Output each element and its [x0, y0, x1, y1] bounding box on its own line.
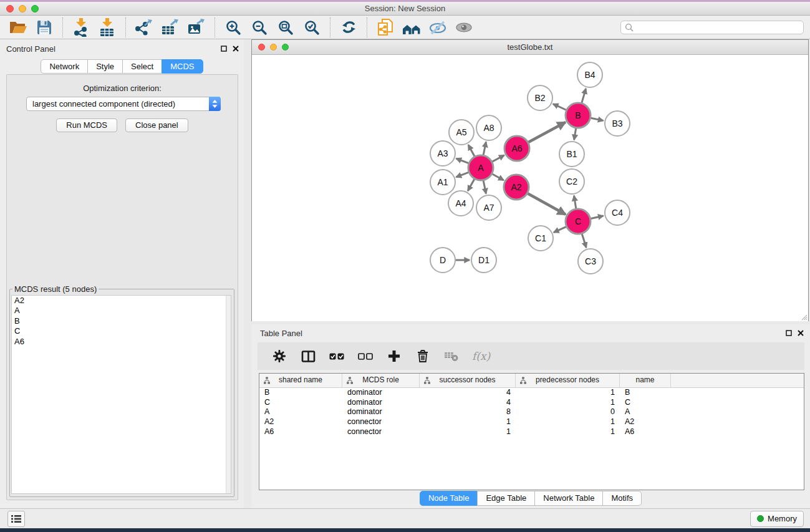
mcds-result-item[interactable]: A: [12, 306, 231, 316]
edge-A-A8[interactable]: [483, 142, 486, 155]
memory-button[interactable]: Memory: [750, 511, 804, 527]
table-row[interactable]: Adominator80A: [259, 407, 804, 417]
edge-B-B4[interactable]: [582, 89, 586, 103]
edge-A-A4[interactable]: [468, 179, 474, 191]
apply-layout-button[interactable]: [338, 17, 359, 38]
edge-A-A2[interactable]: [492, 174, 503, 180]
tab-motifs[interactable]: Motifs: [602, 491, 642, 506]
edge-C-C4[interactable]: [591, 216, 603, 218]
node-A3[interactable]: A3: [430, 141, 455, 166]
network-canvas[interactable]: B4B2BB3B1A5A8A6A3AA1A2C2A4A7C4CC1C3DD1: [252, 55, 808, 321]
column-header-successor-nodes[interactable]: successor nodes: [420, 374, 516, 387]
edge-C-C2[interactable]: [574, 196, 576, 209]
mcds-result-item[interactable]: A6: [12, 337, 231, 347]
tab-edge-table[interactable]: Edge Table: [477, 491, 535, 506]
create-column-button[interactable]: [386, 348, 402, 364]
delete-table-button[interactable]: [443, 348, 460, 364]
node-A7[interactable]: A7: [476, 195, 501, 220]
search-input[interactable]: [636, 22, 799, 32]
fit-content-button[interactable]: [275, 17, 296, 38]
table-row[interactable]: Bdominator41B: [259, 388, 804, 398]
zoom-selected-button[interactable]: [301, 17, 322, 38]
optimization-criterion-select[interactable]: largest connected component (directed): [26, 97, 221, 111]
mcds-result-item[interactable]: C: [12, 326, 231, 336]
export-table-button[interactable]: [160, 17, 181, 38]
node-C3[interactable]: C3: [578, 249, 603, 274]
export-image-button[interactable]: [186, 17, 207, 38]
table-row[interactable]: Cdominator41C: [259, 398, 804, 408]
select-all-button[interactable]: [329, 348, 345, 364]
node-D[interactable]: D: [430, 248, 455, 273]
save-session-button[interactable]: [34, 17, 55, 38]
duplicate-network-button[interactable]: [375, 17, 396, 38]
edge-A-A1[interactable]: [456, 172, 469, 177]
column-header-predecessor-nodes[interactable]: predecessor nodes: [516, 374, 620, 387]
delete-column-button[interactable]: [415, 348, 431, 364]
tab-mcds[interactable]: MCDS: [162, 59, 203, 74]
close-panel-icon[interactable]: [233, 46, 239, 52]
table-row[interactable]: A6connector11A6: [259, 427, 804, 437]
edge-C-C3[interactable]: [582, 234, 586, 248]
edge-B-B3[interactable]: [591, 118, 604, 120]
open-file-button[interactable]: [7, 17, 29, 38]
node-A5[interactable]: A5: [449, 120, 474, 145]
table-row[interactable]: A2connector11A2: [259, 417, 804, 427]
float-panel-icon[interactable]: [221, 46, 227, 52]
edge-B-B2[interactable]: [553, 104, 566, 110]
edge-A-A3[interactable]: [456, 158, 469, 163]
edge-A-A7[interactable]: [483, 181, 486, 194]
show-panels-button[interactable]: [7, 511, 25, 527]
zoom-out-button[interactable]: [249, 17, 270, 38]
hide-graphics-button[interactable]: [427, 17, 448, 38]
node-A4[interactable]: A4: [448, 191, 473, 216]
node-B[interactable]: B: [566, 103, 591, 128]
column-header-name[interactable]: name: [620, 374, 671, 387]
tab-select[interactable]: Select: [122, 59, 162, 74]
export-network-button[interactable]: [133, 17, 155, 38]
node-B3[interactable]: B3: [605, 111, 630, 136]
result-list-scrollbar[interactable]: [226, 296, 231, 493]
mcds-result-item[interactable]: A2: [12, 296, 231, 306]
run-mcds-button[interactable]: Run MCDS: [56, 118, 117, 132]
node-B1[interactable]: B1: [559, 142, 584, 167]
column-header-shared-name[interactable]: shared name: [259, 374, 342, 387]
home-view-button[interactable]: [401, 17, 422, 38]
tab-style[interactable]: Style: [87, 59, 123, 74]
import-table-button[interactable]: [97, 17, 118, 38]
node-A1[interactable]: A1: [430, 170, 455, 195]
node-D1[interactable]: D1: [471, 248, 496, 273]
node-B2[interactable]: B2: [528, 85, 552, 110]
tab-network-table[interactable]: Network Table: [534, 491, 603, 506]
show-columns-button[interactable]: [300, 348, 316, 364]
tab-network[interactable]: Network: [41, 59, 88, 74]
column-header-MCDS-role[interactable]: MCDS role: [342, 374, 420, 387]
node-C4[interactable]: C4: [605, 200, 630, 225]
import-network-button[interactable]: [70, 17, 92, 38]
zoom-in-button[interactable]: [223, 17, 244, 38]
show-graphics-button[interactable]: [453, 17, 475, 38]
edge-A-A6[interactable]: [493, 155, 504, 162]
float-table-panel-icon[interactable]: [786, 330, 792, 336]
node-B4[interactable]: B4: [577, 62, 602, 87]
table-settings-button[interactable]: [271, 348, 287, 364]
mcds-result-item[interactable]: B: [12, 316, 231, 326]
node-A2[interactable]: A2: [504, 175, 529, 200]
resize-grip-icon[interactable]: [800, 313, 808, 321]
node-C[interactable]: C: [566, 209, 591, 234]
edge-C-C1[interactable]: [554, 227, 566, 233]
node-C2[interactable]: C2: [559, 169, 584, 194]
function-builder-button[interactable]: f(x): [472, 350, 490, 362]
node-A6[interactable]: A6: [504, 136, 529, 161]
node-C1[interactable]: C1: [528, 226, 553, 251]
deselect-all-button[interactable]: [357, 348, 374, 364]
edge-B-B1[interactable]: [574, 128, 576, 140]
edge-A2-C[interactable]: [528, 193, 566, 215]
edge-A-A5[interactable]: [468, 145, 475, 156]
tab-node-table[interactable]: Node Table: [420, 491, 478, 506]
close-table-panel-icon[interactable]: [798, 330, 804, 336]
close-panel-button[interactable]: Close panel: [125, 118, 188, 132]
mcds-result-list[interactable]: A2ABCA6: [11, 295, 231, 494]
node-A[interactable]: A: [468, 155, 493, 180]
node-A8[interactable]: A8: [476, 115, 501, 140]
edge-A6-B[interactable]: [528, 122, 565, 142]
